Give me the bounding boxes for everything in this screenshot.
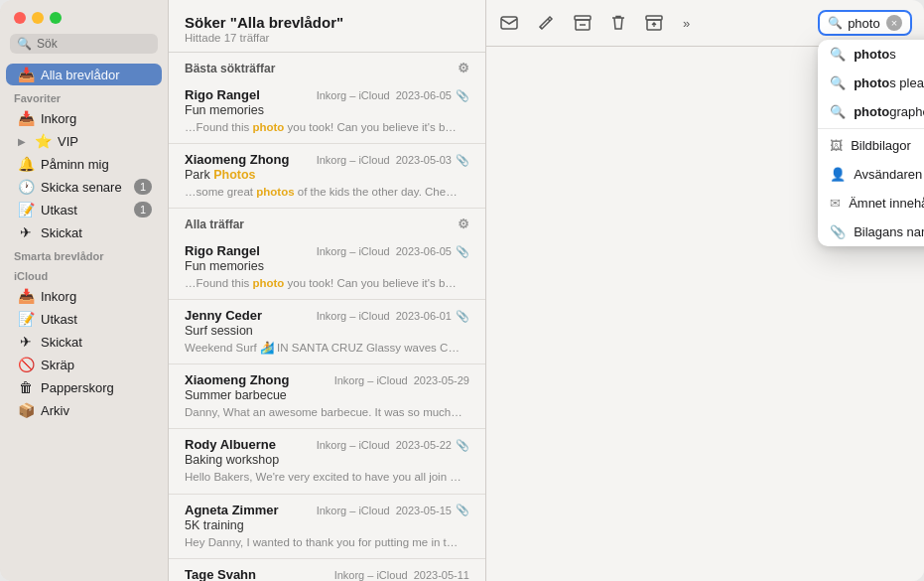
sidebar-item-skicka-senare[interactable]: 🕐 Skicka senare 1 bbox=[6, 176, 162, 198]
email-item-all-2[interactable]: Jenny Ceder Inkorg – iCloud 2023-06-01 📎… bbox=[169, 300, 485, 364]
email-item-all-3[interactable]: Xiaomeng Zhong Inkorg – iCloud 2023-05-2… bbox=[169, 364, 485, 429]
email-subject: Surf session bbox=[185, 324, 469, 338]
archive-button[interactable] bbox=[572, 13, 594, 33]
sidebar-item-paminn[interactable]: 🔔 Påminn mig bbox=[6, 153, 162, 175]
minimize-button[interactable] bbox=[32, 12, 44, 24]
section-icon: ⚙ bbox=[458, 61, 469, 75]
sidebar-item-icloud-skickat[interactable]: ✈ Skickat bbox=[6, 331, 162, 353]
compose-button[interactable] bbox=[536, 13, 556, 33]
sidebar-item-icloud-utkast[interactable]: 📝 Utkast bbox=[6, 308, 162, 330]
maximize-button[interactable] bbox=[50, 12, 62, 24]
new-message-button[interactable] bbox=[498, 13, 520, 33]
email-item-all-5[interactable]: Agneta Zimmer Inkorg – iCloud 2023-05-15… bbox=[169, 495, 485, 559]
sidebar-item-label: Skicka senare bbox=[41, 180, 122, 195]
email-meta: Inkorg – iCloud 2023-06-01 📎 bbox=[317, 310, 469, 323]
email-sender: Rigo Rangel bbox=[185, 87, 260, 102]
email-item-all-1[interactable]: Rigo Rangel Inkorg – iCloud 2023-06-05 📎… bbox=[169, 235, 485, 300]
email-item-all-6[interactable]: Tage Svahn Inkorg – iCloud 2023-05-11 bbox=[169, 559, 485, 581]
email-subject: 5K training bbox=[185, 518, 469, 532]
sent-icon: ✈ bbox=[18, 224, 34, 240]
all-matches-header: Alla träffar ⚙ bbox=[169, 209, 485, 235]
attachment-icon: 📎 bbox=[456, 89, 469, 102]
sidebar-item-label: VIP bbox=[58, 134, 78, 149]
sidebar-item-label: Inkorg bbox=[41, 289, 76, 304]
attachment-icon: 📎 bbox=[456, 310, 469, 323]
sidebar-item-vip[interactable]: ▶ ⭐ VIP bbox=[6, 130, 162, 152]
search-icon: 🔍 bbox=[17, 37, 32, 51]
autocomplete-item-text: Bildbilagor bbox=[851, 138, 924, 153]
sidebar-search-label: Sök bbox=[37, 37, 58, 51]
autocomplete-item-photos[interactable]: 🔍 photos bbox=[818, 40, 924, 69]
sent-icon: ✈ bbox=[18, 334, 34, 350]
attachment-icon: 📎 bbox=[456, 504, 469, 516]
draft-icon: 📝 bbox=[18, 311, 34, 327]
email-item-best-1[interactable]: Rigo Rangel Inkorg – iCloud 2023-06-05 📎… bbox=[169, 79, 485, 144]
email-subject: Fun memories bbox=[185, 103, 469, 117]
badge-utkast: 1 bbox=[134, 202, 152, 218]
window-controls bbox=[0, 12, 168, 34]
email-preview: …Found this photo you took! Can you beli… bbox=[185, 275, 462, 291]
email-preview: Hey Danny, I wanted to thank you for put… bbox=[185, 534, 462, 550]
inbox-icon: 📥 bbox=[18, 67, 34, 82]
email-list[interactable]: Bästa sökträffar ⚙ Rigo Rangel Inkorg – … bbox=[169, 53, 485, 581]
email-sender: Xiaomeng Zhong bbox=[185, 152, 289, 167]
search-input[interactable] bbox=[848, 16, 881, 31]
email-item-all-4[interactable]: Rody Albuerne Inkorg – iCloud 2023-05-22… bbox=[169, 429, 485, 494]
clock-icon: 🕐 bbox=[18, 179, 34, 195]
email-subject: Summer barbecue bbox=[185, 388, 469, 402]
email-meta: Inkorg – iCloud 2023-05-11 bbox=[334, 569, 469, 581]
more-button[interactable]: » bbox=[681, 14, 692, 33]
email-meta: Inkorg – iCloud 2023-05-03 📎 bbox=[317, 154, 469, 167]
junk-button[interactable] bbox=[643, 13, 665, 33]
inbox-icon: 📥 bbox=[18, 110, 34, 126]
email-sender: Rigo Rangel bbox=[185, 243, 260, 258]
autocomplete-item-bildbilagor[interactable]: 🖼 Bildbilagor bbox=[818, 131, 924, 160]
inbox-icon: 📥 bbox=[18, 288, 34, 304]
image-icon: 🖼 bbox=[830, 138, 843, 153]
sidebar-item-icloud-arkiv[interactable]: 📦 Arkiv bbox=[6, 399, 162, 421]
autocomplete-item-text: Avsändaren innehåller: photo bbox=[854, 167, 924, 182]
sidebar-section-smarta: Smarta brevlådor bbox=[0, 244, 168, 264]
search-icon: 🔍 bbox=[830, 75, 846, 90]
bell-icon: 🔔 bbox=[18, 156, 34, 172]
email-sender: Agneta Zimmer bbox=[185, 503, 279, 517]
email-preview: …Found this photo you took! Can you beli… bbox=[185, 119, 462, 135]
sidebar-item-icloud-inkorg[interactable]: 📥 Inkorg bbox=[6, 285, 162, 307]
sidebar-item-icloud-papperskorg[interactable]: 🗑 Papperskorg bbox=[6, 376, 162, 398]
sidebar-item-icloud-skrap[interactable]: 🚫 Skräp bbox=[6, 354, 162, 375]
draft-icon: 📝 bbox=[18, 202, 34, 218]
delete-button[interactable] bbox=[609, 13, 627, 33]
email-subject: Baking workshop bbox=[185, 453, 469, 467]
email-meta: Inkorg – iCloud 2023-06-05 📎 bbox=[317, 89, 469, 102]
autocomplete-item-text: Bilagans namn innehåller: photo bbox=[854, 224, 924, 239]
paperclip-icon: 📎 bbox=[830, 224, 846, 239]
sidebar-item-inkorg[interactable]: 📥 Inkorg bbox=[6, 107, 162, 129]
sidebar-item-label: Papperskorg bbox=[41, 380, 114, 395]
sidebar-search-box[interactable]: 🔍 Sök bbox=[10, 34, 158, 54]
section-all-icon: ⚙ bbox=[458, 217, 469, 231]
sidebar-item-skickat[interactable]: ✈ Skickat bbox=[6, 221, 162, 243]
email-item-best-2[interactable]: Xiaomeng Zhong Inkorg – iCloud 2023-05-0… bbox=[169, 144, 485, 209]
email-sender: Jenny Ceder bbox=[185, 308, 262, 323]
search-clear-button[interactable]: × bbox=[886, 15, 902, 31]
sidebar-item-utkast[interactable]: 📝 Utkast 1 bbox=[6, 199, 162, 220]
search-icon: 🔍 bbox=[830, 104, 846, 119]
autocomplete-item-bilaganamn[interactable]: 📎 Bilagans namn innehåller: photo bbox=[818, 218, 924, 246]
email-meta: Inkorg – iCloud 2023-06-05 📎 bbox=[317, 245, 469, 258]
autocomplete-item-avsandaren[interactable]: 👤 Avsändaren innehåller: photo bbox=[818, 160, 924, 189]
panel-header: Söker "Alla brevlådor" Hittade 17 träffa… bbox=[169, 0, 485, 53]
autocomplete-item-photos-please[interactable]: 🔍 photos please bbox=[818, 69, 924, 97]
close-button[interactable] bbox=[14, 12, 26, 24]
autocomplete-item-text: photos bbox=[854, 47, 924, 62]
email-subject: Park Photos bbox=[185, 168, 469, 182]
autocomplete-item-photographers[interactable]: 🔍 photographers call bbox=[818, 97, 924, 126]
toolbar: » 🔍 × 🔍 photos 🔍 photos please bbox=[486, 0, 924, 47]
svg-rect-0 bbox=[501, 17, 517, 29]
sidebar-section-icloud: iCloud bbox=[0, 264, 168, 284]
sidebar-item-alla-brevladori[interactable]: 📥 Alla brevlådor bbox=[6, 64, 162, 85]
search-input-wrapper[interactable]: 🔍 × bbox=[818, 10, 912, 36]
attachment-icon: 📎 bbox=[456, 245, 469, 258]
sidebar-item-label: Inkorg bbox=[41, 111, 76, 126]
sidebar-item-label: Skickat bbox=[41, 335, 82, 350]
autocomplete-item-amnet[interactable]: ✉ Ämnet innehåller: photo bbox=[818, 189, 924, 218]
